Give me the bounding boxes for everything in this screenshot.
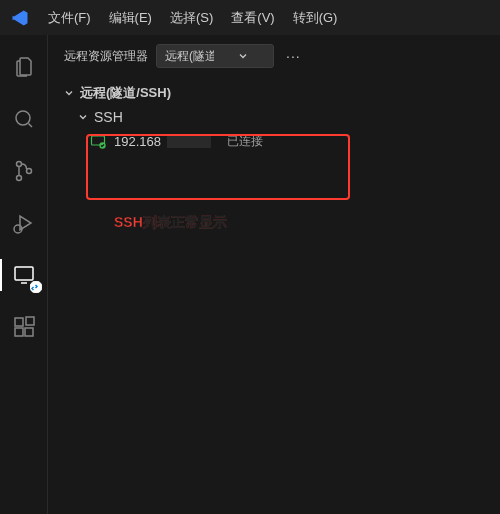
svg-rect-5 [15,267,33,280]
vscode-logo-icon [8,6,32,30]
menu-edit[interactable]: 编辑(E) [101,5,160,31]
sidebar-header: 远程资源管理器 远程(隧道/SSH) ··· [48,35,500,77]
tree-root-label: 远程(隧道/SSH) [80,84,171,102]
remote-tree: 远程(隧道/SSH) SSH 192.168 已连接 [48,77,500,157]
more-actions-button[interactable]: ··· [282,44,305,68]
main-area: 远程资源管理器 远程(隧道/SSH) ··· 远程(隧道/SSH) SS [0,35,500,514]
activity-remote-explorer[interactable] [0,251,48,299]
dropdown-value: 远程(隧道/SSH) [165,48,214,65]
svg-point-3 [26,169,31,174]
sidebar-title: 远程资源管理器 [64,48,148,65]
tree-group-label: SSH [94,109,123,125]
remote-host-icon [90,133,106,149]
activity-search[interactable] [0,95,48,143]
tree-host-ip: 192.168 [114,134,161,149]
remote-explorer-sidebar: 远程资源管理器 远程(隧道/SSH) ··· 远程(隧道/SSH) SS [48,35,500,514]
menu-file[interactable]: 文件(F) [40,5,99,31]
activity-run-debug[interactable] [0,199,48,247]
menu-select[interactable]: 选择(S) [162,5,221,31]
activity-extensions[interactable] [0,303,48,351]
tree-host-status: 已连接 [227,133,263,150]
menu-view[interactable]: 查看(V) [223,5,282,31]
activity-source-control[interactable] [0,147,48,195]
tree-root-remote[interactable]: 远程(隧道/SSH) [48,81,500,105]
svg-rect-7 [15,318,23,326]
svg-point-1 [16,162,21,167]
tree-host-item[interactable]: 192.168 已连接 [48,129,500,153]
activity-bar [0,35,48,514]
chevron-down-icon [62,86,76,100]
svg-point-0 [16,111,30,125]
tree-group-ssh[interactable]: SSH [48,105,500,129]
chevron-down-icon [76,110,90,124]
svg-rect-8 [15,328,23,336]
redacted-ip [167,134,211,148]
activity-explorer[interactable] [0,43,48,91]
titlebar: 文件(F) 编辑(E) 选择(S) 查看(V) 转到(G) [0,0,500,35]
svg-point-2 [16,176,21,181]
chevron-down-icon [218,49,267,63]
remote-target-dropdown[interactable]: 远程(隧道/SSH) [156,44,274,68]
svg-rect-9 [25,328,33,336]
menu-go[interactable]: 转到(G) [285,5,346,31]
svg-rect-10 [26,317,34,325]
